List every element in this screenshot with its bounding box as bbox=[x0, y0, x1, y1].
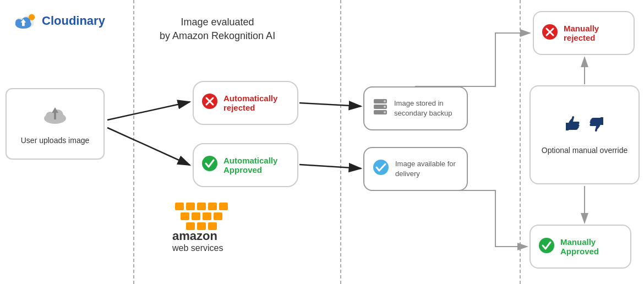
upload-icon bbox=[41, 103, 69, 130]
cloudinary-icon bbox=[11, 11, 37, 31]
svg-text:web services: web services bbox=[172, 243, 223, 252]
svg-rect-35 bbox=[214, 212, 222, 220]
svg-rect-28 bbox=[186, 203, 195, 210]
svg-point-21 bbox=[384, 111, 386, 113]
svg-line-43 bbox=[107, 102, 190, 120]
manual-override-label: Optional manual override bbox=[542, 145, 627, 156]
upload-label: User uploads image bbox=[21, 136, 90, 145]
svg-line-44 bbox=[107, 128, 190, 165]
svg-point-22 bbox=[373, 160, 389, 175]
svg-point-5 bbox=[15, 19, 23, 26]
svg-rect-34 bbox=[203, 212, 211, 220]
svg-point-26 bbox=[539, 238, 554, 253]
thumbs-icons bbox=[563, 114, 606, 139]
svg-rect-32 bbox=[181, 212, 189, 220]
svg-point-20 bbox=[384, 106, 386, 108]
manually-approved-box: Manually Approved bbox=[530, 225, 631, 269]
delivery-label: Image available for delivery bbox=[395, 159, 459, 179]
manual-override-box: Optional manual override bbox=[530, 85, 640, 184]
delivery-box: Image available for delivery bbox=[363, 147, 468, 191]
divider-2 bbox=[340, 0, 341, 284]
aws-icon: amazon web services bbox=[170, 203, 263, 252]
upload-box: User uploads image bbox=[6, 88, 105, 160]
svg-rect-30 bbox=[208, 203, 217, 210]
manually-approved-label: Manually Approved bbox=[560, 237, 599, 256]
delivery-icon bbox=[372, 159, 390, 180]
svg-line-45 bbox=[299, 103, 361, 106]
thumbs-up-icon bbox=[563, 114, 583, 139]
auto-approved-label: Automatically Approved bbox=[223, 156, 277, 174]
auto-rejected-box: Automatically rejected bbox=[193, 81, 298, 125]
cloudinary-name: Cloudinary bbox=[42, 14, 105, 28]
divider-1 bbox=[133, 0, 134, 284]
svg-rect-29 bbox=[197, 203, 206, 210]
manually-rejected-icon bbox=[542, 24, 558, 42]
aws-logo: amazon web services bbox=[170, 203, 263, 256]
svg-point-19 bbox=[384, 100, 386, 102]
svg-rect-27 bbox=[175, 203, 184, 210]
backup-icon bbox=[372, 98, 389, 119]
auto-approved-icon bbox=[201, 155, 218, 176]
manually-rejected-box: Manually rejected bbox=[533, 11, 635, 55]
svg-text:amazon: amazon bbox=[172, 229, 217, 243]
backup-label: Image stored in secondary backup bbox=[394, 99, 459, 118]
svg-rect-31 bbox=[219, 203, 228, 210]
manually-approved-icon bbox=[538, 237, 555, 256]
rekognition-label: Image evaluated by Amazon Rekognition AI bbox=[160, 15, 275, 43]
cloudinary-logo: Cloudinary bbox=[11, 11, 105, 31]
thumbs-down-icon bbox=[586, 114, 606, 139]
divider-3 bbox=[520, 0, 521, 284]
auto-rejected-icon bbox=[201, 93, 218, 113]
secondary-backup-box: Image stored in secondary backup bbox=[363, 86, 468, 130]
manually-rejected-label: Manually rejected bbox=[564, 24, 599, 42]
svg-point-15 bbox=[202, 156, 217, 171]
auto-approved-box: Automatically Approved bbox=[193, 143, 298, 187]
svg-line-46 bbox=[299, 165, 361, 168]
auto-rejected-label: Automatically rejected bbox=[223, 94, 277, 112]
svg-rect-33 bbox=[192, 212, 200, 220]
